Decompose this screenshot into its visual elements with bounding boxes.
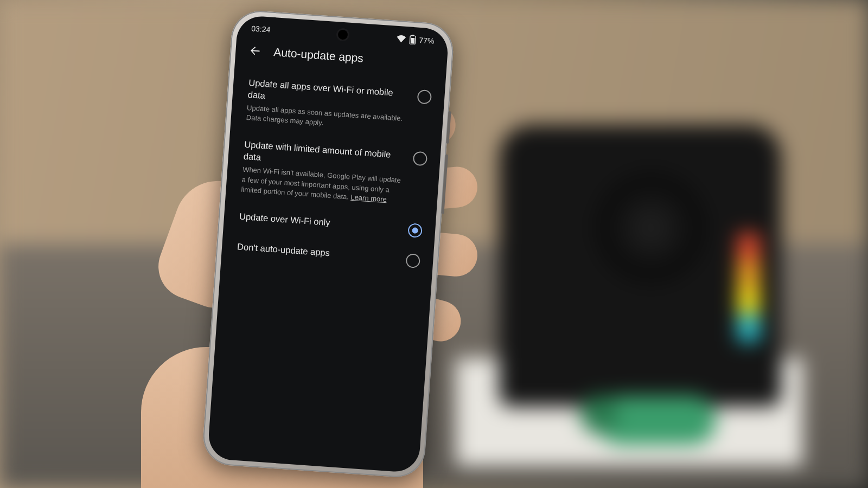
radio-unchecked-icon[interactable] (417, 89, 432, 105)
radio-checked-icon[interactable] (407, 223, 423, 239)
option-title: Don't auto-update apps (237, 241, 399, 264)
battery-percent: 77% (419, 36, 435, 46)
learn-more-link[interactable]: Learn more (350, 193, 387, 204)
radio-unchecked-icon[interactable] (413, 151, 428, 166)
phone: 03:24 77% Auto-update apps (201, 9, 455, 479)
battery-icon (409, 35, 416, 45)
wifi-icon (396, 35, 406, 43)
svg-rect-2 (411, 38, 415, 44)
option-limited-mobile[interactable]: Update with limited amount of mobile dat… (227, 130, 439, 216)
page-title: Auto-update apps (273, 46, 364, 65)
options-list: Update all apps over Wi-Fi or mobile dat… (221, 65, 446, 277)
radio-unchecked-icon[interactable] (405, 253, 420, 268)
phone-screen: 03:24 77% Auto-update apps (207, 15, 449, 473)
back-button[interactable] (247, 43, 264, 59)
photo-scene: 03:24 77% Auto-update apps (0, 0, 868, 488)
status-time: 03:24 (251, 24, 271, 34)
option-title: Update over Wi-Fi only (239, 210, 401, 234)
